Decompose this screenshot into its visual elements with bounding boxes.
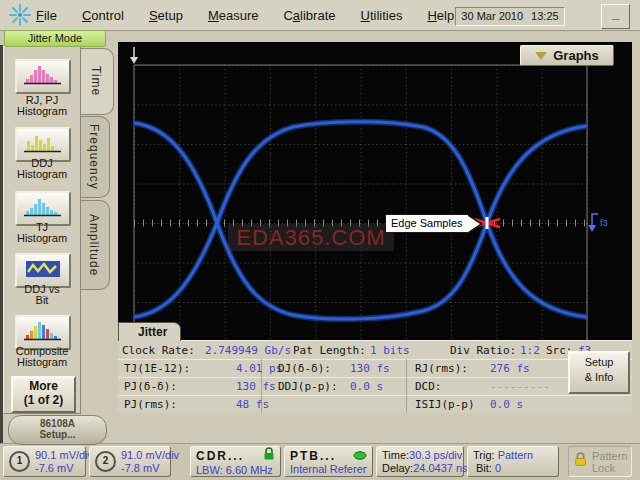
scope-application: { "colors": { "value_text": "#4545c8", "…	[0, 0, 640, 480]
ddj-label: DDJ(p-p):	[278, 380, 338, 393]
ddj-histogram-label: DDJHistogram	[4, 158, 80, 180]
menu-file[interactable]: File	[36, 8, 57, 23]
channel-2-button[interactable]: 2 91.0 mV/div-7.8 mV	[89, 446, 171, 477]
pat-length-value: 1 bits	[370, 344, 410, 357]
ddj-histogram-icon	[23, 132, 63, 158]
cdr-button[interactable]: CDR... LBW: 6.60 MHz	[190, 446, 281, 477]
menu-setup[interactable]: Setup	[149, 8, 183, 23]
clock-rate-label: Clock Rate:	[122, 344, 195, 357]
setup-info-button[interactable]: Setup& Info	[568, 351, 630, 394]
dj-label: DJ(δ-δ):	[278, 362, 331, 375]
agilent-spark-icon	[8, 3, 32, 31]
menu-control[interactable]: Control	[82, 8, 124, 23]
sidebar-button-panel: RJ, PJHistogram DDJHistogram TJHistogram…	[3, 46, 81, 414]
pj-dd-value: 130 fs	[236, 380, 276, 393]
ptb-button[interactable]: PTB... Internal Reference	[284, 446, 373, 477]
channel-1-button[interactable]: 1 90.1 mV/div-7.6 mV	[3, 446, 86, 477]
pj-rms-value: 48 fs	[236, 398, 269, 411]
pattern-lock-button[interactable]: PatternLock	[568, 446, 632, 477]
graticule	[134, 65, 588, 341]
jitter-results-panel: Clock Rate: 2.749949 Gb/s Pat Length: 1 …	[118, 340, 632, 413]
channel-2-knob-icon: 2	[95, 451, 116, 472]
menu-help[interactable]: Help	[427, 8, 454, 23]
composite-histogram-label: CompositeHistogram	[4, 346, 80, 368]
status-bar: 1 90.1 mV/div-7.6 mV 2 91.0 mV/div-7.8 m…	[0, 443, 640, 480]
graph-display-area: f3 Graphs EDA365.COM Edge Samples Jitter…	[118, 42, 632, 412]
dcd-label: DCD:	[415, 380, 442, 393]
tab-time[interactable]: Time	[78, 48, 114, 115]
pattern-lock-icon	[574, 452, 587, 471]
tj-histogram-icon	[23, 196, 63, 222]
jitter-panel-tab[interactable]: Jitter	[118, 322, 181, 341]
ddj-vs-bit-label: DDJ vsBit	[4, 284, 80, 306]
div-ratio-value: 1:2	[520, 344, 540, 357]
tab-amplitude[interactable]: Amplitude	[78, 200, 110, 290]
source-marker-f3[interactable]: f3	[588, 214, 608, 232]
dj-value: 130 fs	[350, 362, 390, 375]
mode-label: Jitter Mode	[4, 30, 106, 47]
title-bar: File Control Setup Measure Calibrate Uti…	[0, 0, 640, 31]
rj-value: 276 fs	[490, 362, 530, 375]
svg-text:f3: f3	[600, 218, 608, 228]
pj-dd-label: PJ(δ-δ):	[124, 380, 177, 393]
rj-pj-histogram-icon	[23, 64, 63, 90]
timebase-button[interactable]: Time:30.3 ps/div Delay:24.0437 ns	[376, 446, 464, 477]
div-ratio-label: Div Ratio:	[450, 344, 516, 357]
menu-bar: File Control Setup Measure Calibrate Uti…	[36, 0, 454, 30]
graphs-menu-button[interactable]: Graphs	[520, 45, 614, 66]
datetime-display: 30 Mar 201013:25	[455, 7, 565, 26]
cdr-lock-icon	[263, 447, 275, 464]
minimize-button[interactable]: _	[601, 4, 630, 29]
tab-frequency[interactable]: Frequency	[78, 116, 110, 198]
pj-rms-label: PJ(rms):	[124, 398, 177, 411]
reference-arrow-icon	[130, 47, 138, 64]
menu-utilities[interactable]: Utilities	[361, 8, 403, 23]
composite-histogram-icon	[23, 320, 63, 346]
tj-label: TJ(1E-12):	[124, 362, 190, 375]
tj-histogram-label: TJHistogram	[4, 222, 80, 244]
menu-calibrate[interactable]: Calibrate	[283, 8, 335, 23]
channel-1-knob-icon: 1	[9, 451, 30, 472]
watermark: EDA365.COM	[228, 224, 394, 251]
rj-label: RJ(rms):	[415, 362, 468, 375]
module-setup-button[interactable]: 86108ASetup...	[8, 415, 107, 445]
pat-length-label: Pat Length:	[293, 344, 366, 357]
ptb-status-led-icon	[353, 449, 367, 463]
rj-pj-histogram-button[interactable]	[15, 59, 71, 94]
dropdown-triangle-icon	[535, 52, 547, 60]
edge-samples-callout: Edge Samples	[385, 214, 469, 233]
trigger-button[interactable]: Trig: Pattern Bit: 0	[467, 446, 559, 477]
dcd-value: ---------	[490, 380, 550, 393]
ddj-value: 0.0 s	[350, 380, 383, 393]
isij-value: 0.0 s	[490, 398, 523, 411]
clock-rate-value: 2.749949 Gb/s	[205, 344, 291, 357]
more-pages-button[interactable]: More(1 of 2)	[11, 376, 76, 413]
ddj-vs-bit-icon	[23, 258, 63, 284]
isij-label: ISIJ(p-p)	[415, 398, 475, 411]
menu-measure[interactable]: Measure	[208, 8, 259, 23]
tj-value: 4.01 ps	[236, 362, 282, 375]
rj-pj-histogram-label: RJ, PJHistogram	[4, 95, 80, 117]
